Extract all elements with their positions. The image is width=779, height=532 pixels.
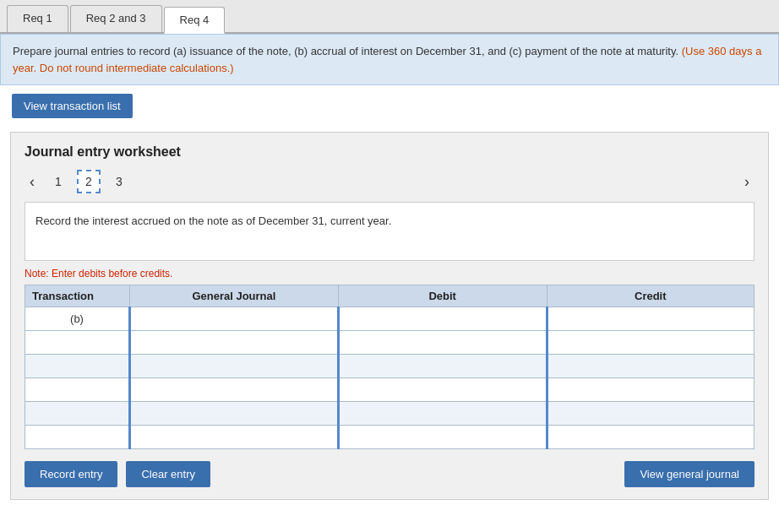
debit-input[interactable] bbox=[340, 426, 546, 448]
debit-input[interactable] bbox=[340, 307, 546, 330]
transaction-cell bbox=[25, 426, 130, 449]
record-entry-button[interactable]: Record entry bbox=[25, 461, 117, 487]
general-journal-cell[interactable] bbox=[130, 378, 339, 402]
nav-prev-arrow[interactable]: ‹ bbox=[25, 171, 40, 193]
debit-cell[interactable] bbox=[338, 355, 547, 378]
tab-req4[interactable]: Req 4 bbox=[164, 7, 226, 34]
transaction-cell bbox=[25, 331, 130, 355]
debit-input[interactable] bbox=[340, 331, 546, 354]
col-header-general-journal: General Journal bbox=[130, 285, 339, 307]
general-journal-cell[interactable] bbox=[130, 426, 339, 449]
general-journal-input[interactable] bbox=[131, 426, 337, 448]
general-journal-input[interactable] bbox=[131, 378, 337, 401]
credit-cell[interactable] bbox=[547, 331, 754, 355]
credit-input[interactable] bbox=[548, 402, 754, 425]
general-journal-input[interactable] bbox=[131, 331, 337, 354]
col-header-debit: Debit bbox=[338, 285, 547, 307]
nav-row: ‹ 1 2 3 › bbox=[25, 170, 754, 193]
debit-cell[interactable] bbox=[338, 402, 547, 426]
transaction-cell: (b) bbox=[25, 307, 130, 331]
credit-cell[interactable] bbox=[547, 402, 754, 426]
transaction-cell bbox=[25, 378, 130, 402]
transaction-cell bbox=[25, 355, 130, 378]
transaction-cell bbox=[25, 402, 130, 426]
nav-num-2[interactable]: 2 bbox=[77, 170, 101, 193]
credit-input[interactable] bbox=[548, 378, 754, 401]
debit-cell[interactable] bbox=[338, 426, 547, 449]
table-row bbox=[25, 331, 754, 355]
table-row bbox=[25, 426, 754, 449]
nav-num-1[interactable]: 1 bbox=[46, 170, 70, 193]
worksheet-title: Journal entry worksheet bbox=[25, 144, 754, 160]
credit-input[interactable] bbox=[548, 355, 754, 377]
general-journal-cell[interactable] bbox=[130, 331, 339, 355]
table-row bbox=[25, 378, 754, 402]
clear-entry-button[interactable]: Clear entry bbox=[126, 461, 210, 487]
debit-input[interactable] bbox=[340, 378, 546, 401]
debit-input[interactable] bbox=[340, 402, 546, 425]
table-row bbox=[25, 355, 754, 378]
general-journal-cell[interactable] bbox=[130, 402, 339, 426]
credit-cell[interactable] bbox=[547, 355, 754, 378]
nav-num-3[interactable]: 3 bbox=[107, 170, 131, 193]
credit-cell[interactable] bbox=[547, 307, 754, 331]
col-header-credit: Credit bbox=[547, 285, 754, 307]
view-general-journal-button[interactable]: View general journal bbox=[624, 461, 754, 487]
general-journal-cell[interactable] bbox=[130, 307, 339, 331]
general-journal-input[interactable] bbox=[131, 355, 337, 377]
general-journal-cell[interactable] bbox=[130, 355, 339, 378]
description-text: Record the interest accrued on the note … bbox=[35, 214, 391, 227]
buttons-row: Record entry Clear entry View general jo… bbox=[25, 461, 754, 487]
info-banner-text: Prepare journal entries to record (a) is… bbox=[13, 45, 678, 57]
debit-cell[interactable] bbox=[338, 307, 547, 331]
tab-req23[interactable]: Req 2 and 3 bbox=[70, 5, 162, 32]
tabs-bar: Req 1 Req 2 and 3 Req 4 bbox=[0, 0, 779, 34]
general-journal-input[interactable] bbox=[131, 307, 337, 330]
view-transaction-button[interactable]: View transaction list bbox=[12, 94, 133, 118]
worksheet-container: Journal entry worksheet ‹ 1 2 3 › Record… bbox=[10, 132, 769, 500]
table-row bbox=[25, 402, 754, 426]
description-box: Record the interest accrued on the note … bbox=[25, 202, 754, 261]
col-header-transaction: Transaction bbox=[25, 285, 130, 307]
tab-req1[interactable]: Req 1 bbox=[7, 5, 68, 32]
credit-input[interactable] bbox=[548, 426, 754, 448]
general-journal-input[interactable] bbox=[131, 402, 337, 425]
credit-input[interactable] bbox=[548, 331, 754, 354]
journal-table: Transaction General Journal Debit Credit… bbox=[25, 285, 754, 449]
table-row: (b) bbox=[25, 307, 754, 331]
info-banner: Prepare journal entries to record (a) is… bbox=[0, 34, 779, 85]
credit-cell[interactable] bbox=[547, 378, 754, 402]
note-text: Note: Enter debits before credits. bbox=[25, 268, 754, 280]
credit-cell[interactable] bbox=[547, 426, 754, 449]
credit-input[interactable] bbox=[548, 307, 754, 330]
debit-input[interactable] bbox=[340, 355, 546, 377]
debit-cell[interactable] bbox=[338, 378, 547, 402]
debit-cell[interactable] bbox=[338, 331, 547, 355]
nav-next-arrow[interactable]: › bbox=[739, 171, 754, 193]
